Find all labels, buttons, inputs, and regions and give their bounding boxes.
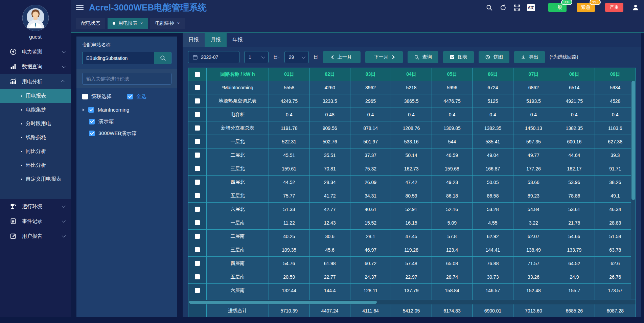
sidebar-item-电能集抄[interactable]: 电能集抄 — [0, 103, 71, 117]
station-search-button[interactable] — [154, 52, 171, 64]
day-to-select[interactable]: 29 — [284, 51, 309, 63]
month-picker[interactable]: 2022-07 — [188, 51, 239, 63]
menu-group: 电力监测 — [0, 44, 71, 59]
tree-node-checkbox[interactable] — [89, 131, 95, 136]
export-button[interactable]: 导出 — [514, 51, 545, 63]
tree-filter-input[interactable] — [82, 73, 171, 85]
row-checkbox[interactable] — [195, 112, 200, 117]
value-cell: 16.15 — [391, 216, 432, 229]
row-checkbox[interactable] — [195, 247, 200, 252]
search-icon[interactable] — [485, 4, 493, 11]
day-from-select[interactable]: 1 — [244, 51, 269, 63]
value-cell: 51.58 — [595, 230, 636, 243]
station-name-input[interactable] — [82, 52, 154, 64]
value-cell: 86.18 — [432, 189, 473, 202]
nav-tab-电能集抄[interactable]: 电能集抄× — [150, 18, 185, 29]
value-cell: 2.24 — [350, 297, 391, 300]
value-cell: 600.16 — [554, 135, 595, 148]
refresh-icon[interactable] — [499, 4, 507, 11]
sidebar-item-自定义用电报表[interactable]: 自定义用电报表 — [0, 172, 71, 186]
alarm-button-一般[interactable]: 一般99+ — [548, 3, 567, 12]
footer-value-cell: 4407.24 — [309, 304, 350, 317]
close-icon[interactable]: × — [177, 21, 180, 26]
report-icon — [9, 232, 17, 240]
prev-month-button[interactable]: 上一月 — [323, 51, 361, 63]
value-cell: 173.57 — [595, 284, 636, 297]
horizontal-scrollbar[interactable] — [188, 300, 636, 304]
tab-月报[interactable]: 月报 — [205, 32, 227, 47]
value-cell: 49.1 — [595, 189, 636, 202]
sidebar-item-数据查询[interactable]: 数据查询 — [0, 59, 71, 74]
row-checkbox[interactable] — [195, 234, 200, 239]
sidebar-item-事件记录[interactable]: 事件记录 — [0, 214, 71, 229]
alarm-button-紧急[interactable]: 紧急99+ — [577, 3, 595, 12]
submenu: 用电报表电能集抄分时段用电线路损耗同比分析环比分析自定义用电报表 — [0, 89, 71, 186]
select-all-checkbox[interactable] — [127, 94, 133, 99]
cascade-checkbox[interactable] — [82, 94, 88, 99]
row-checkbox[interactable] — [195, 180, 200, 185]
value-cell: 11.22 — [269, 216, 309, 229]
row-checkbox[interactable] — [195, 207, 200, 212]
header-day-column: 01日 — [269, 68, 309, 81]
row-checkbox[interactable] — [195, 166, 200, 171]
sidebar-item-环比分析[interactable]: 环比分析 — [0, 158, 71, 172]
sidebar-item-用电报表[interactable]: 用电报表 — [0, 89, 71, 103]
tree-node-checkbox[interactable] — [88, 107, 94, 113]
sidebar-item-同比分析[interactable]: 同比分析 — [0, 144, 71, 158]
value-cell: 30.6 — [309, 230, 350, 243]
value-cell: 177.26 — [513, 162, 554, 175]
tree-node-演示箱[interactable]: 演示箱 — [80, 116, 174, 128]
alarm-badge: 99+ — [590, 0, 601, 5]
value-cell: 63.78 — [595, 243, 636, 256]
row-checkbox[interactable] — [195, 193, 200, 198]
pie-chart-button[interactable]: 饼图 — [479, 51, 509, 63]
value-cell: 4260 — [309, 81, 350, 94]
chart-button[interactable]: 图表 — [443, 51, 474, 63]
tree-node-MainIncoming[interactable]: MainIncoming — [80, 104, 174, 116]
value-cell: 41.24 — [391, 297, 432, 300]
sidebar-item-用电分析[interactable]: 用电分析 — [0, 74, 71, 89]
close-icon[interactable]: × — [140, 21, 143, 26]
sidebar-item-电力监测[interactable]: 电力监测 — [0, 44, 71, 59]
value-cell: 57.8 — [432, 230, 473, 243]
tree-node-checkbox[interactable] — [89, 119, 95, 124]
row-checkbox[interactable] — [195, 139, 200, 144]
tab-日报[interactable]: 日报 — [183, 32, 205, 47]
select-all-label: 全选 — [136, 93, 146, 100]
sidebar-item-线路损耗[interactable]: 线路损耗 — [0, 131, 71, 144]
header-checkbox[interactable] — [195, 72, 200, 77]
event-icon — [9, 217, 17, 225]
row-checkbox[interactable] — [195, 125, 200, 131]
analysis-icon — [9, 78, 17, 85]
query-button[interactable]: 查询 — [408, 51, 438, 63]
row-checkbox[interactable] — [195, 274, 200, 279]
vertical-scrollbar[interactable] — [631, 81, 636, 299]
translate-icon[interactable]: A文 — [527, 4, 535, 11]
row-checkbox[interactable] — [195, 98, 200, 103]
row-checkbox[interactable] — [195, 85, 200, 90]
sidebar-item-分时段用电[interactable]: 分时段用电 — [0, 117, 71, 131]
tab-年报[interactable]: 年报 — [227, 32, 249, 47]
expand-arrow-icon[interactable] — [83, 109, 85, 111]
nav-tab-配电状态[interactable]: 配电状态 — [76, 18, 105, 29]
sidebar-item-用户报告[interactable]: 用户报告 — [0, 229, 71, 244]
row-checkbox[interactable] — [195, 220, 200, 225]
sidebar-menu: 电力监测数据查询用电分析用电报表电能集抄分时段用电线路损耗同比分析环比分析自定义… — [0, 44, 71, 244]
horizontal-scrollbar-thumb[interactable] — [189, 301, 377, 304]
row-checkbox[interactable] — [195, 153, 200, 158]
alarm-button-严重[interactable]: 严重 — [605, 3, 623, 12]
vertical-scrollbar-thumb[interactable] — [631, 81, 635, 200]
user-icon[interactable] — [632, 4, 639, 11]
tree-node-3000WEB演示箱[interactable]: 3000WEB演示箱 — [80, 128, 174, 139]
next-month-button[interactable]: 下一月 — [365, 51, 403, 63]
value-cell: 54.66 — [554, 230, 595, 243]
power-icon — [9, 48, 17, 55]
row-checkbox[interactable] — [195, 261, 200, 266]
nav-tab-用电报表[interactable]: 用电报表× — [108, 18, 148, 29]
hamburger-menu-icon[interactable] — [76, 5, 84, 10]
row-checkbox[interactable] — [195, 288, 200, 293]
select-all[interactable]: 全选 — [127, 93, 146, 100]
sidebar-item-运行环境[interactable]: 运行环境 — [0, 199, 71, 214]
fullscreen-icon[interactable] — [513, 4, 521, 11]
table-row: 二层南40.2530.628.147.4557.862.9262.0754.66… — [188, 230, 636, 243]
